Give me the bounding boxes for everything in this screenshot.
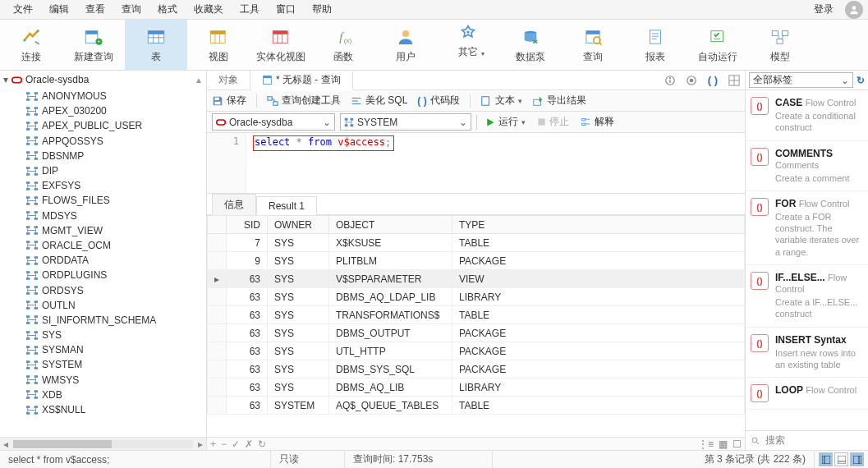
schema-node[interactable]: SYSTEM bbox=[0, 357, 206, 372]
toolbar-func[interactable]: f(x)函数 bbox=[312, 20, 374, 70]
toolbar-connect[interactable]: 连接 bbox=[0, 20, 62, 70]
schema-select[interactable]: SYSTEM⌄ bbox=[340, 113, 471, 131]
schema-node[interactable]: APEX_PUBLIC_USER bbox=[0, 118, 206, 133]
schema-node[interactable]: XDB bbox=[0, 388, 206, 402]
table-row[interactable]: 63SYSDBMS_AQ_LIBLIBRARY bbox=[208, 379, 745, 397]
snippets-refresh-icon[interactable]: ↻ bbox=[857, 75, 865, 86]
table-row[interactable]: 63SYSDBMS_AQ_LDAP_LIBLIBRARY bbox=[208, 288, 745, 306]
grid-nav[interactable]: +−✓✗↻ ⋮≡▦☐ bbox=[207, 437, 745, 450]
chevron-up-icon[interactable]: ▲ bbox=[195, 76, 203, 85]
schema-node[interactable]: FLOWS_FILES bbox=[0, 193, 206, 208]
schema-node[interactable]: ANONYMOUS bbox=[0, 89, 206, 103]
layout-toggle-3[interactable] bbox=[850, 452, 864, 466]
schema-node[interactable]: SYS bbox=[0, 328, 206, 342]
table-row[interactable]: 63SYSUTL_HTTPPACKAGE bbox=[208, 342, 745, 360]
schema-node[interactable]: DIP bbox=[0, 163, 206, 178]
col-owner[interactable]: OWNER bbox=[268, 216, 329, 234]
schema-node[interactable]: APPQOSSYS bbox=[0, 134, 206, 149]
schema-node[interactable]: SI_INFORMTN_SCHEMA bbox=[0, 313, 206, 328]
beautify-sql-button[interactable]: 美化 SQL bbox=[351, 94, 407, 108]
col-object[interactable]: OBJECT bbox=[329, 216, 452, 234]
table-row[interactable]: 9SYSPLITBLMPACKAGE bbox=[208, 252, 745, 270]
snippet-item[interactable]: ()CASE Flow ControlCreate a conditional … bbox=[746, 90, 868, 141]
menu-文件[interactable]: 文件 bbox=[5, 2, 41, 16]
query-builder-button[interactable]: 查询创建工具 bbox=[267, 94, 341, 108]
tab-info[interactable]: 信息 bbox=[212, 194, 256, 215]
snippet-item[interactable]: ()INSERT Syntax Insert new rows into an … bbox=[746, 328, 868, 379]
tab-result[interactable]: Result 1 bbox=[256, 196, 317, 215]
schema-node[interactable]: ORDSYS bbox=[0, 282, 206, 297]
toolbar-view[interactable]: 视图 bbox=[187, 20, 250, 70]
menu-帮助[interactable]: 帮助 bbox=[304, 2, 340, 16]
text-button[interactable]: 文本▾ bbox=[480, 94, 522, 108]
toolbar-report[interactable]: 报表 bbox=[624, 20, 687, 70]
menu-查询[interactable]: 查询 bbox=[113, 2, 149, 16]
connection-select[interactable]: Oracle-sysdba⌄ bbox=[212, 113, 335, 131]
schema-node[interactable]: ORDPLUGINS bbox=[0, 268, 206, 282]
schema-node[interactable]: MGMT_VIEW bbox=[0, 223, 206, 238]
snippets-list[interactable]: ()CASE Flow ControlCreate a conditional … bbox=[746, 90, 868, 430]
toolbar-matview[interactable]: 实体化视图 bbox=[250, 20, 312, 70]
toolbar-datapump[interactable]: 数据泵 bbox=[499, 20, 562, 70]
result-grid[interactable]: SIDOWNEROBJECTTYPE7SYSX$KSUSETABLE9SYSPL… bbox=[207, 215, 745, 437]
table-row[interactable]: ▸63SYSV$SPPARAMETERVIEW bbox=[208, 270, 745, 288]
snippets-filter-select[interactable]: 全部标签⌄ bbox=[749, 72, 853, 88]
snippet-item[interactable]: ()COMMENTS CommentsCreate a comment bbox=[746, 141, 868, 191]
snippet-button[interactable]: ( )代码段 bbox=[417, 94, 459, 108]
toolbar-model[interactable]: 模型 bbox=[749, 20, 811, 70]
schema-node[interactable]: EXFSYS bbox=[0, 178, 206, 193]
info-icon[interactable] bbox=[659, 71, 681, 89]
oracle-icon bbox=[11, 75, 22, 85]
run-button[interactable]: 运行▾ bbox=[482, 115, 529, 129]
schema-node[interactable]: XS$NULL bbox=[0, 402, 206, 417]
snippet-item[interactable]: ()LOOP Flow Control bbox=[746, 378, 868, 410]
menu-格式[interactable]: 格式 bbox=[149, 2, 186, 16]
schema-node[interactable]: APEX_030200 bbox=[0, 103, 206, 118]
snippet-item[interactable]: ()FOR Flow ControlCreate a FOR construct… bbox=[746, 191, 868, 265]
schema-node[interactable]: WMSYS bbox=[0, 373, 206, 388]
menu-工具[interactable]: 工具 bbox=[232, 2, 268, 16]
export-button[interactable]: 导出结果 bbox=[532, 94, 586, 108]
sidebar-connection[interactable]: ▾ Oracle-sysdba ▲ bbox=[0, 71, 206, 89]
menu-窗口[interactable]: 窗口 bbox=[268, 2, 304, 16]
explain-button[interactable]: 解释 bbox=[577, 115, 618, 129]
avatar[interactable] bbox=[845, 1, 863, 19]
table-row[interactable]: 63SYSDBMS_OUTPUTPACKAGE bbox=[208, 324, 745, 342]
grid-icon[interactable] bbox=[723, 71, 745, 89]
col-sid[interactable]: SID bbox=[227, 216, 268, 234]
svg-rect-219 bbox=[351, 124, 354, 126]
snippet-item[interactable]: ()IF...ELSE... Flow ControlCreate a IF..… bbox=[746, 265, 868, 328]
table-row[interactable]: 7SYSX$KSUSETABLE bbox=[208, 234, 745, 252]
sidebar-hscroll[interactable]: ◂ ▸ bbox=[0, 437, 206, 450]
tab-objects[interactable]: 对象 bbox=[207, 71, 250, 89]
toolbar-query[interactable]: 查询 bbox=[562, 20, 624, 70]
menu-编辑[interactable]: 编辑 bbox=[41, 2, 77, 16]
schema-node[interactable]: DBSNMP bbox=[0, 149, 206, 163]
brackets-icon[interactable]: ( ) bbox=[702, 71, 723, 89]
table-row[interactable]: 63SYSTRANSFORMATIONS$TABLE bbox=[208, 306, 745, 324]
new-tab-icon[interactable] bbox=[681, 71, 702, 89]
schema-node[interactable]: MDSYS bbox=[0, 209, 206, 223]
toolbar-newquery[interactable]: +新建查询 bbox=[62, 20, 125, 70]
schema-node[interactable]: SYSMAN bbox=[0, 342, 206, 357]
layout-toggle-1[interactable] bbox=[819, 452, 833, 466]
tab-query[interactable]: * 无标题 - 查询 bbox=[250, 71, 353, 90]
schema-node[interactable]: ORACLE_OCM bbox=[0, 238, 206, 253]
toolbar-user[interactable]: 用户 bbox=[374, 20, 437, 70]
toolbar-autorun[interactable]: 自动运行 bbox=[687, 20, 749, 70]
menu-收藏夹[interactable]: 收藏夹 bbox=[186, 2, 232, 16]
schema-tree[interactable]: ANONYMOUSAPEX_030200APEX_PUBLIC_USERAPPQ… bbox=[0, 89, 206, 437]
layout-toggle-2[interactable] bbox=[834, 452, 848, 466]
schema-node[interactable]: ORDDATA bbox=[0, 253, 206, 268]
toolbar-other[interactable]: 其它▾ bbox=[437, 20, 499, 70]
menu-查看[interactable]: 查看 bbox=[77, 2, 113, 16]
sql-editor[interactable]: 1 select * from v$access; bbox=[207, 133, 745, 194]
table-row[interactable]: 63SYSDBMS_SYS_SQLPACKAGE bbox=[208, 360, 745, 379]
table-row[interactable]: 63SYSTEMAQ$_QUEUE_TABLESTABLE bbox=[208, 397, 745, 415]
save-button[interactable]: 保存 bbox=[212, 94, 246, 108]
col-type[interactable]: TYPE bbox=[452, 216, 745, 234]
toolbar-table[interactable]: 表 bbox=[125, 20, 187, 70]
schema-node[interactable]: OUTLN bbox=[0, 298, 206, 313]
snippets-search[interactable]: 搜索 bbox=[746, 430, 868, 450]
login-link[interactable]: 登录 bbox=[807, 2, 840, 16]
